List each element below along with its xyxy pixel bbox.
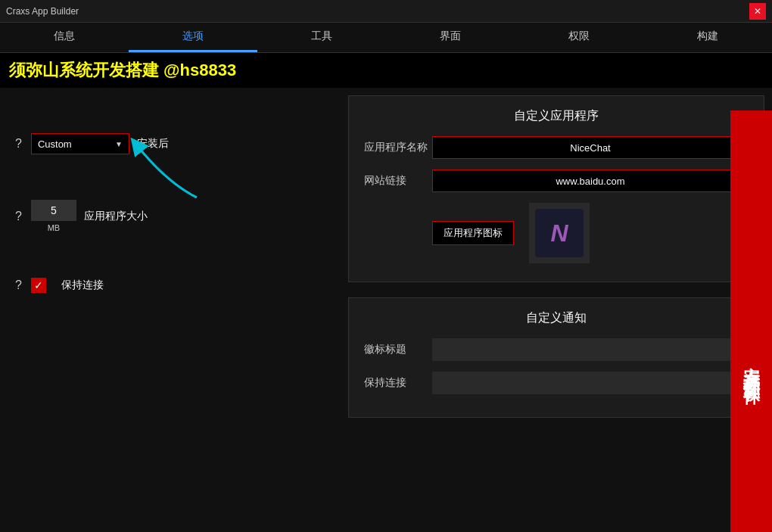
right-sidebar: 安卓远程控制软件 bbox=[730, 110, 772, 532]
install-after-help[interactable]: ? bbox=[15, 137, 22, 151]
app-size-help[interactable]: ? bbox=[15, 210, 22, 223]
notification-keep-connection-label: 保持连接 bbox=[364, 376, 432, 390]
website-input[interactable] bbox=[432, 170, 749, 192]
custom-app-card: 自定义应用程序 应用程序名称 网站链接 应用程序图标 N bbox=[348, 95, 764, 282]
app-icon-symbol: N bbox=[550, 219, 568, 247]
custom-app-title: 自定义应用程序 bbox=[364, 108, 749, 124]
keep-connection-help[interactable]: ? bbox=[15, 278, 22, 292]
title-bar: Craxs App Builder ✕ bbox=[0, 0, 772, 23]
tab-tools[interactable]: 工具 bbox=[257, 23, 386, 52]
right-sidebar-text: 安卓远程控制软件 bbox=[743, 353, 760, 378]
install-after-label: 安装后 bbox=[137, 137, 169, 151]
website-label: 网站链接 bbox=[364, 174, 432, 188]
keep-connection-row: ? ✓ 保持连接 bbox=[15, 278, 325, 293]
tab-permissions[interactable]: 权限 bbox=[515, 23, 643, 52]
custom-notification-card: 自定义通知 徽标标题 保持连接 bbox=[348, 297, 764, 418]
app-size-row: ? MB 应用程序大小 bbox=[15, 200, 325, 232]
watermark-text: 须弥山系统开发搭建 @hs8833 bbox=[9, 61, 236, 79]
nav-tabs: 信息 选项 工具 界面 权限 构建 bbox=[0, 23, 772, 53]
badge-title-field: 徽标标题 bbox=[364, 338, 749, 361]
app-size-unit: MB bbox=[48, 223, 61, 232]
notification-keep-connection-input[interactable] bbox=[432, 372, 749, 394]
app-size-input[interactable] bbox=[31, 200, 76, 221]
app-title: Craxs App Builder bbox=[6, 6, 79, 17]
check-icon: ✓ bbox=[34, 279, 43, 291]
tab-ui[interactable]: 界面 bbox=[386, 23, 515, 52]
right-panel: 自定义应用程序 应用程序名称 网站链接 应用程序图标 N bbox=[341, 88, 772, 532]
keep-connection-checkbox[interactable]: ✓ bbox=[31, 278, 46, 293]
install-after-dropdown[interactable]: Custom ▼ bbox=[31, 133, 129, 154]
icon-preview-inner: N bbox=[535, 209, 584, 257]
tab-build[interactable]: 构建 bbox=[643, 23, 772, 52]
keep-connection-label: 保持连接 bbox=[61, 278, 104, 292]
app-size-label: 应用程序大小 bbox=[84, 210, 148, 223]
icon-row: 应用程序图标 N bbox=[364, 203, 749, 263]
chevron-down-icon: ▼ bbox=[115, 140, 123, 148]
dropdown-value: Custom bbox=[38, 138, 72, 150]
tab-info[interactable]: 信息 bbox=[0, 23, 129, 52]
icon-button[interactable]: 应用程序图标 bbox=[432, 221, 514, 245]
close-button[interactable]: ✕ bbox=[749, 3, 766, 20]
watermark-banner: 须弥山系统开发搭建 @hs8833 bbox=[0, 53, 772, 88]
website-field: 网站链接 bbox=[364, 170, 749, 192]
app-size-container: MB bbox=[31, 200, 76, 232]
tab-options[interactable]: 选项 bbox=[129, 23, 257, 52]
app-name-field: 应用程序名称 bbox=[364, 136, 749, 159]
app-name-label: 应用程序名称 bbox=[364, 141, 432, 154]
badge-title-input[interactable] bbox=[432, 338, 749, 361]
main-content: ? Custom ▼ 安装后 ? MB bbox=[0, 88, 772, 532]
icon-preview: N bbox=[529, 203, 590, 263]
badge-title-label: 徽标标题 bbox=[364, 343, 432, 356]
custom-notification-title: 自定义通知 bbox=[364, 310, 749, 326]
left-panel: ? Custom ▼ 安装后 ? MB bbox=[0, 88, 341, 532]
app-name-input[interactable] bbox=[432, 136, 749, 159]
install-after-row: ? Custom ▼ 安装后 bbox=[15, 133, 325, 154]
notification-keep-connection-field: 保持连接 bbox=[364, 372, 749, 394]
